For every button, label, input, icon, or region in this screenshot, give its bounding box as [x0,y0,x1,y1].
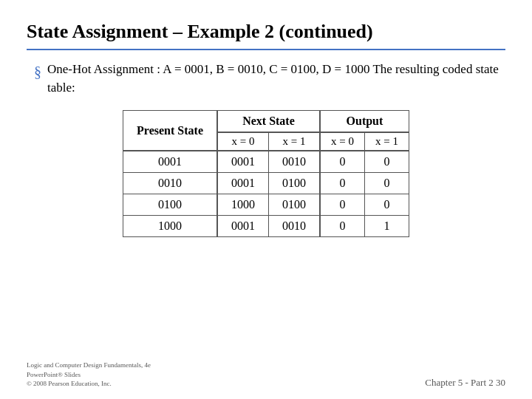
slide-container: State Assignment – Example 2 (continued)… [0,0,532,399]
subheader-out-x1: x = 1 [364,132,409,151]
header-output: Output [320,111,409,133]
footer-right: Chapter 5 - Part 2 30 [425,377,505,389]
row3-next-x0: 1000 [217,194,269,216]
row2-next-x1: 0100 [268,173,320,194]
footer-left-line1: Logic and Computer Design Fundamentals, … [27,361,151,370]
row4-next-x0: 0001 [217,216,269,237]
row4-out-x0: 0 [320,216,364,237]
table-row: 0100 1000 0100 0 0 [123,194,409,216]
row4-present: 1000 [123,216,217,237]
table-header-row1: Present State Next State Output [123,111,409,133]
row3-out-x1: 0 [364,194,409,216]
bullet-marker: § [34,61,41,83]
row3-present: 0100 [123,194,217,216]
bullet-item: § One-Hot Assignment : A = 0001, B = 001… [34,61,505,97]
slide-title: State Assignment – Example 2 (continued) [27,21,505,43]
row1-out-x0: 0 [320,151,364,173]
row1-out-x1: 0 [364,151,409,173]
subheader-next-x0: x = 0 [217,132,269,151]
footer-left-line2: PowerPoint® Slides [27,370,151,380]
title-divider [27,49,505,50]
row3-out-x0: 0 [320,194,364,216]
state-table: Present State Next State Output x = 0 x … [123,110,409,237]
table-row: 1000 0001 0010 0 1 [123,216,409,237]
subheader-out-x0: x = 0 [320,132,364,151]
row1-next-x1: 0010 [268,151,320,173]
row1-present: 0001 [123,151,217,173]
footer-left-line3: © 2008 Pearson Education, Inc. [27,379,151,389]
row2-out-x1: 0 [364,173,409,194]
bullet-section: § One-Hot Assignment : A = 0001, B = 001… [27,61,505,97]
row4-next-x1: 0010 [268,216,320,237]
row4-out-x1: 1 [364,216,409,237]
header-present-state: Present State [123,111,217,151]
row3-next-x1: 0100 [268,194,320,216]
subheader-next-x1: x = 1 [268,132,320,151]
footer-left: Logic and Computer Design Fundamentals, … [27,361,151,389]
table-row: 0010 0001 0100 0 0 [123,173,409,194]
row1-next-x0: 0001 [217,151,269,173]
footer: Logic and Computer Design Fundamentals, … [27,361,505,389]
row2-present: 0010 [123,173,217,194]
row2-next-x0: 0001 [217,173,269,194]
header-next-state: Next State [217,111,320,133]
table-wrapper: Present State Next State Output x = 0 x … [27,110,505,237]
row2-out-x0: 0 [320,173,364,194]
table-row: 0001 0001 0010 0 0 [123,151,409,173]
bullet-text: One-Hot Assignment : A = 0001, B = 0010,… [47,61,505,97]
